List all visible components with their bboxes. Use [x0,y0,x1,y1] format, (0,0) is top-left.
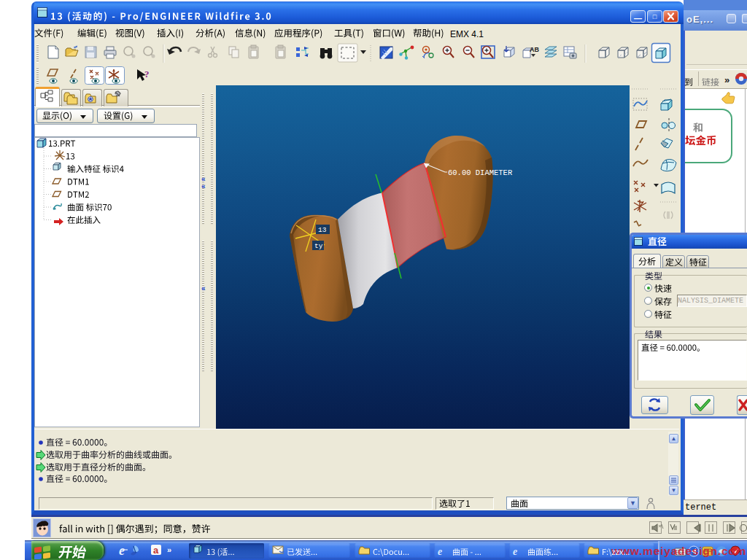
svg-text:AB: AB [530,46,539,53]
svg-text:?: ? [144,69,150,79]
